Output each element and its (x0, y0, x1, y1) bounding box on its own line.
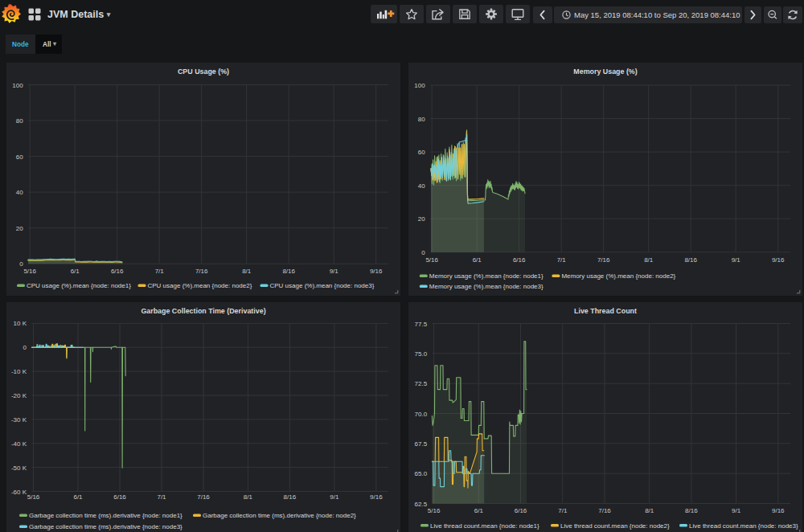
svg-text:5/16: 5/16 (27, 493, 40, 501)
svg-text:60: 60 (16, 153, 23, 161)
svg-text:5/16: 5/16 (428, 507, 441, 514)
svg-text:CPU usage (%).mean {node: node: CPU usage (%).mean {node: node3} (270, 282, 375, 289)
svg-text:6/1: 6/1 (473, 256, 482, 264)
svg-text:7/1: 7/1 (155, 268, 165, 275)
svg-text:6/16: 6/16 (113, 493, 126, 501)
svg-text:6/1: 6/1 (71, 268, 80, 275)
svg-text:Memory Usage (%): Memory Usage (%) (573, 68, 637, 76)
svg-text:65.0: 65.0 (415, 470, 428, 477)
svg-text:CPU usage (%).mean {node: node: CPU usage (%).mean {node: node2} (148, 282, 252, 289)
svg-text:8/16: 8/16 (282, 268, 295, 275)
svg-text:9/16: 9/16 (772, 256, 785, 264)
svg-text:Memory usage (%).mean {node: n: Memory usage (%).mean {node: node3} (429, 283, 544, 290)
svg-text:6/16: 6/16 (515, 507, 527, 514)
svg-text:8/1: 8/1 (645, 507, 654, 514)
svg-text:0: 0 (421, 249, 425, 256)
svg-text:Live thread count.mean {node:: Live thread count.mean {node: node1} (430, 522, 539, 530)
svg-text:80: 80 (418, 116, 425, 123)
svg-text:7/16: 7/16 (197, 493, 210, 501)
svg-text:5/16: 5/16 (23, 268, 36, 275)
svg-text:8/16: 8/16 (284, 493, 297, 501)
svg-text:8/16: 8/16 (684, 256, 697, 264)
svg-text:6/1: 6/1 (73, 493, 83, 501)
svg-text:77.5: 77.5 (415, 321, 428, 328)
svg-text:70.0: 70.0 (415, 411, 428, 418)
svg-text:80: 80 (16, 117, 23, 125)
svg-text:-40 K: -40 K (11, 440, 27, 448)
svg-text:CPU usage (%).mean {node: node: CPU usage (%).mean {node: node1} (27, 282, 131, 289)
svg-text:8/16: 8/16 (685, 507, 698, 514)
svg-text:-10 K: -10 K (11, 368, 27, 375)
svg-text:0: 0 (19, 260, 23, 268)
svg-text:9/16: 9/16 (370, 493, 383, 501)
svg-text:20: 20 (418, 215, 425, 223)
svg-text:60: 60 (418, 149, 425, 156)
svg-text:Memory usage (%).mean {node: n: Memory usage (%).mean {node: node1} (429, 272, 544, 280)
svg-text:5/16: 5/16 (425, 256, 438, 264)
svg-text:8/1: 8/1 (244, 493, 253, 501)
svg-text:6/16: 6/16 (111, 268, 124, 275)
svg-text:72.5: 72.5 (415, 380, 428, 387)
svg-text:Garbage Collection Time (Deriv: Garbage Collection Time (Derivative) (141, 307, 265, 315)
svg-text:-30 K: -30 K (11, 416, 27, 424)
svg-text:9/1: 9/1 (732, 507, 741, 514)
svg-text:40: 40 (418, 182, 425, 190)
svg-text:7/1: 7/1 (157, 493, 166, 501)
svg-text:67.5: 67.5 (415, 440, 428, 448)
svg-text:Live thread count.mean {node:: Live thread count.mean {node: node2} (560, 522, 670, 530)
svg-text:75.0: 75.0 (415, 350, 428, 358)
svg-text:40: 40 (16, 189, 23, 196)
svg-text:Garbage collection time (ms).d: Garbage collection time (ms).derivative … (29, 523, 183, 530)
svg-text:100: 100 (414, 82, 425, 89)
svg-text:7/16: 7/16 (597, 256, 610, 264)
svg-text:Garbage collection time (ms).d: Garbage collection time (ms).derivative … (29, 512, 183, 519)
svg-text:Garbage collection time (ms).d: Garbage collection time (ms).derivative … (203, 512, 356, 519)
svg-text:-60 K: -60 K (11, 489, 27, 496)
svg-text:Live Thread Count: Live Thread Count (574, 307, 637, 315)
svg-text:10 K: 10 K (14, 320, 27, 327)
svg-text:7/16: 7/16 (195, 268, 208, 275)
svg-text:6/1: 6/1 (474, 507, 484, 514)
svg-text:9/1: 9/1 (330, 268, 339, 275)
svg-text:0: 0 (23, 344, 27, 351)
svg-text:-20 K: -20 K (11, 392, 27, 399)
svg-text:8/1: 8/1 (242, 268, 252, 275)
svg-text:7/1: 7/1 (558, 507, 568, 514)
svg-text:-50 K: -50 K (11, 464, 27, 472)
svg-text:7/16: 7/16 (598, 507, 611, 514)
svg-text:CPU Usage (%): CPU Usage (%) (178, 68, 229, 76)
svg-text:Memory usage (%).mean {node: n: Memory usage (%).mean {node: node2} (561, 272, 675, 280)
svg-text:9/1: 9/1 (330, 493, 339, 501)
svg-text:62.5: 62.5 (415, 501, 428, 508)
svg-text:100: 100 (12, 82, 23, 89)
svg-text:9/1: 9/1 (732, 256, 741, 264)
svg-text:Live thread count.mean {node:: Live thread count.mean {node: node3} (689, 522, 798, 530)
svg-text:6/16: 6/16 (513, 256, 526, 264)
svg-text:7/1: 7/1 (557, 256, 567, 264)
svg-text:8/1: 8/1 (644, 256, 654, 264)
svg-text:9/16: 9/16 (370, 268, 383, 275)
svg-text:9/16: 9/16 (772, 507, 785, 514)
svg-text:20: 20 (16, 225, 23, 232)
